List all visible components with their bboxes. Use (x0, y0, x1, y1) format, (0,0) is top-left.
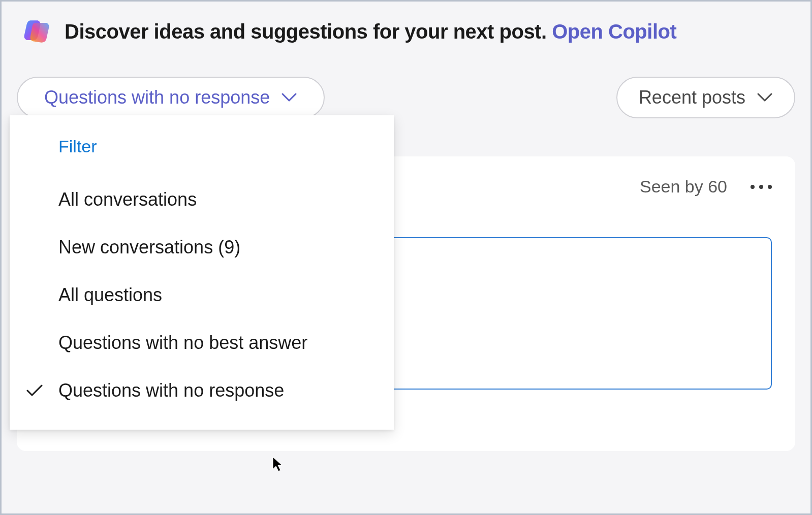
filter-item-label: Questions with no response (58, 380, 284, 401)
filter-item-new-conversations[interactable]: New conversations (9) (10, 223, 394, 271)
filter-item-no-best-answer[interactable]: Questions with no best answer (10, 319, 394, 367)
more-dot-icon (751, 185, 755, 189)
filter-item-label: All questions (58, 284, 162, 306)
filter-dropdown-header: Filter (10, 131, 394, 176)
filter-item-all-questions[interactable]: All questions (10, 271, 394, 319)
copilot-banner: Discover ideas and suggestions for your … (2, 2, 810, 67)
chevron-down-icon (281, 92, 297, 103)
filter-item-label: New conversations (9) (58, 237, 240, 258)
open-copilot-link[interactable]: Open Copilot (552, 20, 676, 43)
more-options-button[interactable] (751, 185, 772, 189)
filter-dropdown-menu: Filter All conversations New conversatio… (10, 115, 394, 430)
seen-by-text: Seen by 60 (640, 177, 727, 197)
filter-item-all-conversations[interactable]: All conversations (10, 176, 394, 223)
filter-item-label: All conversations (58, 189, 197, 210)
controls-row: Questions with no response Recent posts … (2, 67, 810, 118)
copilot-icon (22, 17, 51, 46)
filter-item-label: Questions with no best answer (58, 332, 307, 353)
filter-dropdown-label: Questions with no response (44, 87, 270, 108)
sort-dropdown-button[interactable]: Recent posts (616, 77, 795, 118)
more-dot-icon (759, 185, 763, 189)
chevron-down-icon (757, 92, 773, 103)
cursor-icon (272, 456, 285, 473)
banner-text: Discover ideas and suggestions for your … (65, 20, 676, 43)
more-dot-icon (768, 185, 772, 189)
banner-message: Discover ideas and suggestions for your … (65, 20, 552, 43)
filter-dropdown-button[interactable]: Questions with no response (17, 77, 325, 118)
filter-item-no-response[interactable]: Questions with no response (10, 367, 394, 414)
sort-dropdown-label: Recent posts (639, 87, 745, 108)
check-icon (26, 384, 43, 397)
